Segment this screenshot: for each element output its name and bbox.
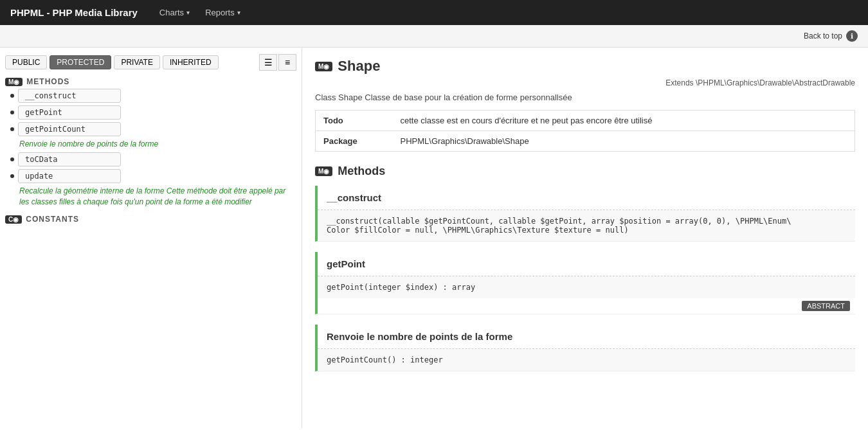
filter-public[interactable]: PUBLIC <box>5 55 47 69</box>
method-getpointcount-box[interactable]: getPointCount <box>18 122 121 136</box>
extends-path: \PHPML\Graphics\Drawable\AbstractDrawabl… <box>696 78 855 87</box>
filter-private[interactable]: PRIVATE <box>114 55 160 69</box>
sidebar: PUBLIC PROTECTED PRIVATE INHERITED ☰ ≡ M… <box>0 48 302 428</box>
info-icon: ℹ <box>846 30 858 42</box>
method-list: __construct getPoint getPointCount Renvo… <box>5 89 296 207</box>
navbar: PHPML - PHP Media Library Charts ▾ Repor… <box>0 0 868 25</box>
method-tocdata-box[interactable]: toCData <box>18 152 121 166</box>
bullet-icon <box>10 157 14 161</box>
method-section-getpoint-header: getPoint <box>318 252 855 276</box>
reports-arrow-icon: ▾ <box>237 9 240 16</box>
table-row: Package PHPML\Graphics\Drawable\Shape <box>316 131 855 152</box>
constants-badge: C◉ <box>5 215 22 224</box>
list-item: getPointCount <box>10 122 296 136</box>
navbar-brand: PHPML - PHP Media Library <box>10 7 138 18</box>
info-value-package: PHPML\Graphics\Drawable\Shape <box>393 131 855 152</box>
class-badge: M◉ <box>315 62 332 71</box>
bullet-icon <box>10 174 14 178</box>
method-getpoint-box[interactable]: getPoint <box>18 105 121 120</box>
methods-section-badge: M◉ <box>315 166 332 176</box>
list-view-button[interactable]: ☰ <box>259 54 277 71</box>
list-item: getPoint <box>10 105 296 120</box>
method-construct-box[interactable]: __construct <box>18 89 121 103</box>
filter-inherited[interactable]: INHERITED <box>163 55 219 69</box>
class-description: Class Shape Classe de base pour la créat… <box>315 93 855 102</box>
method-update-desc: Recalcule la géométrie interne de la for… <box>10 186 296 208</box>
reports-nav-link[interactable]: Reports ▾ <box>199 4 247 21</box>
filter-protected[interactable]: PROTECTED <box>50 55 111 69</box>
navbar-links: Charts ▾ Reports ▾ <box>153 4 247 21</box>
table-row: Todo cette classe est en cours d'écritur… <box>316 111 855 131</box>
content-area: M◉ Shape Extends \PHPML\Graphics\Drawabl… <box>302 48 868 428</box>
list-item: __construct <box>10 89 296 103</box>
filter-buttons: PUBLIC PROTECTED PRIVATE INHERITED ☰ ≡ <box>5 54 296 71</box>
methods-header: M◉ Methods <box>315 165 855 178</box>
method-section-getpointcount: Renvoie le nombre de points de la forme … <box>315 325 855 372</box>
list-item: Recalcule la géométrie interne de la for… <box>10 186 296 208</box>
back-to-top-button[interactable]: Back to top <box>804 31 842 40</box>
info-value-todo: cette classe est en cours d'écriture et … <box>393 111 855 131</box>
main-layout: PUBLIC PROTECTED PRIVATE INHERITED ☰ ≡ M… <box>0 48 868 428</box>
method-section-getpoint-body: getPoint(integer $index) : array <box>318 276 855 298</box>
method-section-getpoint: getPoint getPoint(integer $index) : arra… <box>315 252 855 314</box>
charts-label: Charts <box>159 8 184 17</box>
extends-line: Extends \PHPML\Graphics\Drawable\Abstrac… <box>315 78 855 87</box>
method-section-construct-header: __construct <box>318 186 855 210</box>
reports-label: Reports <box>205 8 235 17</box>
view-buttons: ☰ ≡ <box>259 54 296 71</box>
method-update-box[interactable]: update <box>18 169 121 183</box>
info-table: Todo cette classe est en cours d'écritur… <box>315 110 855 152</box>
method-section-construct-body: __construct(callable $getPointCount, cal… <box>318 210 855 241</box>
bullet-icon <box>10 94 14 98</box>
detail-view-button[interactable]: ≡ <box>278 54 296 71</box>
extends-label: Extends <box>665 78 693 87</box>
methods-section-header: M◉ METHODS <box>5 77 296 86</box>
constants-section-header: C◉ CONSTANTS <box>5 215 296 224</box>
methods-title: Methods <box>338 165 385 178</box>
methods-badge: M◉ <box>5 78 23 86</box>
bullet-icon <box>10 127 14 131</box>
class-header: M◉ Shape <box>315 58 855 75</box>
list-item: Renvoie le nombre de points de la forme <box>10 139 296 150</box>
charts-nav-link[interactable]: Charts ▾ <box>153 4 196 21</box>
list-item: update <box>10 169 296 183</box>
methods-section-title: METHODS <box>26 77 69 86</box>
bullet-icon <box>10 111 14 114</box>
list-item: toCData <box>10 152 296 166</box>
abstract-badge: ABSTRACT <box>802 301 850 311</box>
constants-section-title: CONSTANTS <box>26 215 79 224</box>
info-key-package: Package <box>316 131 393 152</box>
method-section-construct: __construct __construct(callable $getPoi… <box>315 186 855 242</box>
back-to-top-bar: Back to top ℹ <box>0 25 868 48</box>
method-section-getpointcount-body: getPointCount() : integer <box>318 349 855 371</box>
charts-arrow-icon: ▾ <box>186 9 190 16</box>
class-title: Shape <box>338 58 380 75</box>
info-key-todo: Todo <box>316 111 393 131</box>
method-section-getpoint-footer: ABSTRACT <box>318 298 855 314</box>
method-section-getpointcount-header: Renvoie le nombre de points de la forme <box>318 325 855 349</box>
method-getpointcount-desc: Renvoie le nombre de points de la forme <box>10 139 296 150</box>
